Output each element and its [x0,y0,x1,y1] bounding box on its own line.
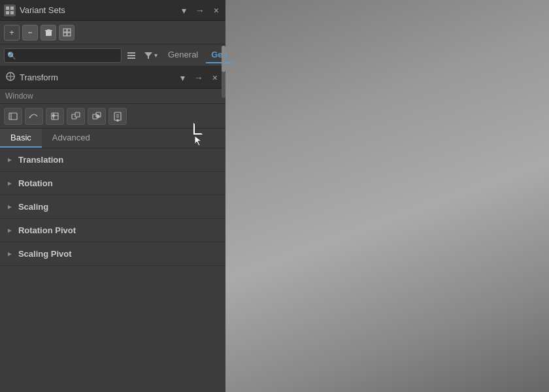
property-scaling-pivot[interactable]: ► Scaling Pivot [0,242,225,266]
expand-arrow-scaling-pivot: ► [7,250,13,257]
property-label-scaling-pivot: Scaling Pivot [18,249,72,259]
svg-point-23 [53,114,55,116]
tab-general[interactable]: General [163,47,203,63]
property-translation[interactable]: ► Translation [0,148,225,172]
transform-pin-btn[interactable]: → [191,72,206,84]
svg-point-28 [97,115,99,118]
transform-close-btn[interactable]: × [210,72,220,84]
list-view-btn[interactable] [124,50,139,61]
property-label-translation: Translation [18,155,63,165]
add-button[interactable]: + [4,25,20,41]
svg-rect-10 [67,33,71,36]
svg-rect-3 [10,11,14,14]
svg-marker-33 [116,120,119,122]
variant-sets-title: Variant Sets [20,5,175,15]
svg-rect-2 [6,11,9,14]
search-row: 🔍 ▾ General Geo [0,44,225,67]
property-label-rotation: Rotation [18,178,53,188]
scrollbar[interactable] [222,46,225,98]
svg-rect-9 [63,33,67,36]
scrollbar-thumb[interactable] [222,46,225,72]
expand-arrow-rotation: ► [7,180,13,187]
svg-rect-6 [45,30,52,31]
variant-sets-header: Variant Sets ▾ → × [0,0,225,21]
search-input[interactable] [4,48,122,63]
transform-panel: Transform ▾ → × Window [0,67,225,392]
svg-rect-12 [127,55,135,56]
svg-rect-4 [46,31,52,36]
svg-marker-14 [144,52,152,59]
variant-sets-down-btn[interactable]: ▾ [179,5,189,16]
search-wrap: 🔍 [4,48,122,63]
background-area [225,0,549,392]
transform-header: Transform ▾ → × [0,67,225,89]
svg-rect-13 [127,57,135,59]
basic-advanced-tabs: Basic Advanced [0,129,225,148]
more-button[interactable]: •• [22,25,38,41]
variant-sets-pin-btn[interactable]: → [193,5,207,16]
property-list: ► Translation ► Rotation ► Scaling ► Rot… [0,148,225,392]
expand-arrow-scaling: ► [7,203,13,210]
transform-title: Transform [20,73,174,82]
svg-rect-11 [127,52,135,54]
svg-rect-7 [63,29,67,32]
variant-sets-close-btn[interactable]: × [211,5,222,16]
property-rotation[interactable]: ► Rotation [0,172,225,195]
tab-geo[interactable]: Geo [206,47,233,63]
transform-tool-5[interactable] [88,108,106,125]
transform-tool-4[interactable] [67,108,85,125]
tab-advanced[interactable]: Advanced [42,129,101,148]
grid-button[interactable] [59,25,75,41]
transform-icon [5,71,16,84]
expand-arrow-rotation-pivot: ► [7,227,13,234]
filter-btn[interactable]: ▾ [141,50,160,61]
variant-sets-toolbar: + •• [0,21,225,44]
delete-button[interactable] [41,25,56,41]
transform-down-btn[interactable]: ▾ [178,72,188,84]
transform-tool-6[interactable] [108,108,127,125]
property-label-scaling: Scaling [18,202,48,212]
svg-rect-25 [75,112,80,117]
svg-rect-18 [9,113,17,120]
window-label: Window [0,89,225,104]
property-scaling[interactable]: ► Scaling [0,195,225,219]
tab-basic[interactable]: Basic [0,129,42,148]
transform-tool-2[interactable] [25,108,43,125]
svg-rect-8 [67,29,71,32]
expand-arrow-translation: ► [7,156,13,163]
property-rotation-pivot[interactable]: ► Rotation Pivot [0,219,225,242]
transform-toolbar [0,104,225,129]
transform-tool-1[interactable] [4,108,22,125]
svg-rect-0 [6,7,9,10]
variant-sets-icon [4,5,16,16]
svg-rect-1 [10,7,14,10]
left-panel: Variant Sets ▾ → × + •• [0,0,225,392]
transform-tool-3[interactable] [46,108,64,125]
property-label-rotation-pivot: Rotation Pivot [18,225,76,235]
